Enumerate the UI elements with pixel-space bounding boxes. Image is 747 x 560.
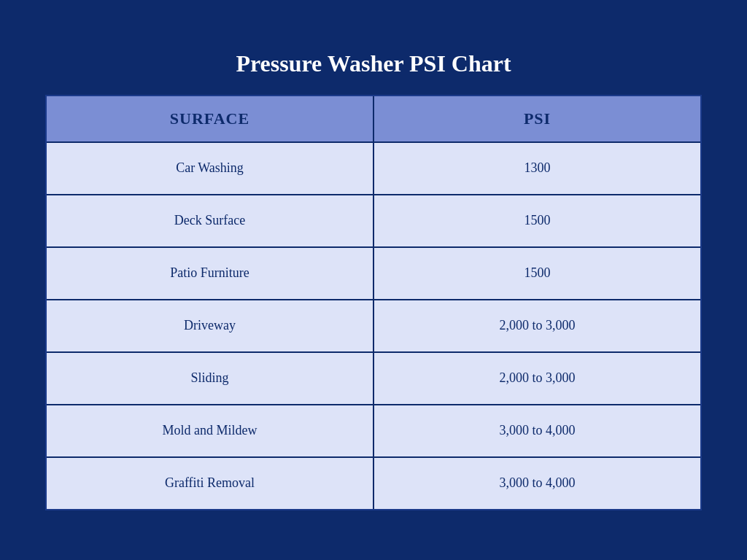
- header-surface: SURFACE: [47, 96, 374, 141]
- cell-surface: Driveway: [47, 300, 374, 351]
- page-title: Pressure Washer PSI Chart: [236, 50, 511, 77]
- table-row: Deck Surface1500: [47, 194, 700, 246]
- table-body: Car Washing1300Deck Surface1500Patio Fur…: [47, 141, 700, 509]
- cell-psi: 3,000 to 4,000: [374, 458, 700, 509]
- psi-chart-table: SURFACE PSI Car Washing1300Deck Surface1…: [45, 95, 702, 510]
- cell-psi: 1300: [374, 143, 700, 194]
- cell-psi: 2,000 to 3,000: [374, 353, 700, 404]
- cell-psi: 1500: [374, 195, 700, 246]
- cell-psi: 2,000 to 3,000: [374, 300, 700, 351]
- cell-surface: Sliding: [47, 353, 374, 404]
- cell-psi: 1500: [374, 248, 700, 299]
- cell-surface: Car Washing: [47, 143, 374, 194]
- table-header: SURFACE PSI: [47, 96, 700, 141]
- table-row: Mold and Mildew3,000 to 4,000: [47, 404, 700, 456]
- header-psi: PSI: [374, 96, 700, 141]
- cell-surface: Mold and Mildew: [47, 405, 374, 456]
- cell-psi: 3,000 to 4,000: [374, 405, 700, 456]
- table-row: Graffiti Removal3,000 to 4,000: [47, 456, 700, 509]
- table-row: Patio Furniture1500: [47, 246, 700, 299]
- table-row: Driveway2,000 to 3,000: [47, 299, 700, 351]
- table-row: Car Washing1300: [47, 141, 700, 194]
- table-row: Sliding2,000 to 3,000: [47, 351, 700, 404]
- cell-surface: Patio Furniture: [47, 248, 374, 299]
- cell-surface: Deck Surface: [47, 195, 374, 246]
- cell-surface: Graffiti Removal: [47, 458, 374, 509]
